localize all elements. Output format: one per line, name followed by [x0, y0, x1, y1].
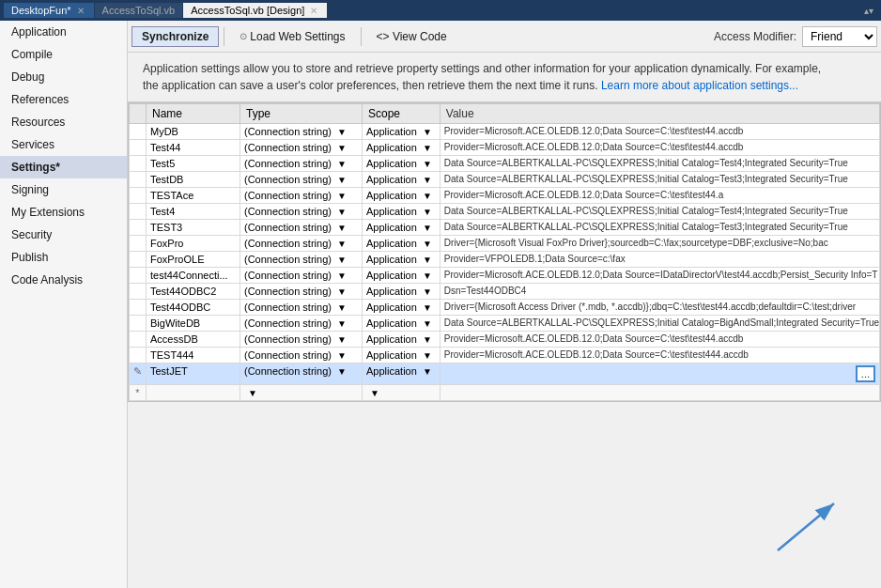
table-row[interactable]: (Connection string)▼Application▼Data Sou…	[130, 156, 880, 172]
row-type[interactable]: (Connection string)▼	[240, 268, 363, 284]
row-type[interactable]: (Connection string)▼	[240, 332, 363, 348]
sidebar-item-my-extensions[interactable]: My Extensions	[0, 201, 127, 224]
row-scope[interactable]: Application▼	[363, 300, 440, 316]
name-input[interactable]	[150, 190, 236, 201]
name-input[interactable]	[150, 317, 236, 329]
project-close-icon[interactable]: ✕	[75, 6, 86, 16]
scope-dropdown-button[interactable]: ▼	[419, 175, 436, 185]
row-scope[interactable]: Application▼	[363, 140, 440, 156]
row-type[interactable]: (Connection string)▼	[240, 188, 363, 204]
row-name[interactable]	[147, 268, 240, 284]
row-value[interactable]: Data Source=ALBERTKALLAL-PC\SQLEXPRESS;I…	[440, 204, 879, 220]
row-value[interactable]: Data Source=ALBERTKALLAL-PC\SQLEXPRESS;I…	[440, 316, 879, 332]
synchronize-button[interactable]: Synchronize	[131, 26, 219, 47]
name-input[interactable]	[150, 302, 236, 313]
row-type[interactable]: (Connection string)▼	[240, 316, 363, 332]
view-code-button[interactable]: <> View Code	[366, 26, 457, 47]
row-scope[interactable]: Application▼	[363, 268, 440, 284]
row-value[interactable]: Data Source=ALBERTKALLAL-PC\SQLEXPRESS;I…	[440, 220, 879, 236]
row-name[interactable]	[147, 385, 240, 401]
name-input[interactable]	[150, 158, 236, 169]
row-type[interactable]: (Connection string)▼	[240, 204, 363, 220]
type-dropdown-button[interactable]: ▼	[333, 350, 350, 361]
scope-dropdown-button[interactable]: ▼	[419, 286, 436, 297]
row-name[interactable]	[147, 172, 240, 188]
name-input[interactable]	[150, 174, 236, 185]
row-type[interactable]: (Connection string)▼	[240, 300, 363, 316]
name-input[interactable]	[150, 126, 236, 137]
type-dropdown-button[interactable]: ▼	[333, 271, 350, 281]
tab-close-icon[interactable]: ✕	[308, 6, 319, 16]
type-dropdown-button[interactable]: ▼	[333, 191, 350, 201]
type-dropdown-button[interactable]: ▼	[333, 366, 350, 377]
row-value[interactable]: Provider=Microsoft.ACE.OLEDB.12.0;Data S…	[440, 124, 879, 140]
scope-dropdown-button[interactable]: ▼	[419, 143, 436, 153]
row-type[interactable]: (Connection string)▼	[240, 252, 363, 268]
row-name[interactable]	[147, 140, 240, 156]
name-input[interactable]	[150, 238, 236, 249]
table-row[interactable]: (Connection string)▼Application▼Data Sou…	[130, 220, 880, 236]
row-scope[interactable]: Application▼	[363, 220, 440, 236]
row-name[interactable]	[147, 316, 240, 332]
table-row[interactable]: (Connection string)▼Application▼Driver={…	[130, 236, 880, 252]
row-value[interactable]: Provider=VFPOLEDB.1;Data Source=c:\fax	[440, 252, 879, 268]
type-dropdown-button[interactable]: ▼	[333, 302, 350, 313]
sidebar-item-security[interactable]: Security	[0, 224, 127, 246]
type-dropdown-button[interactable]: ▼	[333, 159, 350, 169]
sidebar-item-compile[interactable]: Compile	[0, 43, 127, 66]
row-value[interactable]: Provider=Microsoft.ACE.OLEDB.12.0;Data S…	[440, 348, 879, 364]
load-web-settings-button[interactable]: ⊙ Load Web Settings	[229, 26, 355, 47]
row-value[interactable]	[440, 385, 879, 401]
sidebar-item-resources[interactable]: Resources	[0, 111, 127, 133]
row-type[interactable]: (Connection string)▼	[240, 348, 363, 364]
value-ellipsis-button[interactable]: ...	[856, 365, 875, 382]
scope-dropdown-button[interactable]: ▼	[419, 350, 436, 361]
row-scope[interactable]: Application▼	[363, 204, 440, 220]
row-scope[interactable]: Application▼	[363, 316, 440, 332]
row-value[interactable]: Provider=Microsoft.ACE.OLEDB.12.0;Data S…	[440, 268, 879, 284]
row-name[interactable]	[147, 284, 240, 300]
row-scope[interactable]: Application▼	[363, 348, 440, 364]
row-value[interactable]: Driver={Microsoft Access Driver (*.mdb, …	[440, 300, 879, 316]
name-input[interactable]	[150, 365, 236, 377]
type-dropdown-button[interactable]: ▼	[333, 334, 350, 345]
row-name[interactable]	[147, 204, 240, 220]
row-scope[interactable]: Application▼	[363, 364, 440, 385]
row-scope[interactable]: Application▼	[363, 252, 440, 268]
scope-dropdown-button-new[interactable]: ▼	[366, 388, 383, 398]
type-dropdown-button[interactable]: ▼	[333, 127, 350, 137]
scope-dropdown-button[interactable]: ▼	[419, 318, 436, 329]
sidebar-item-settings[interactable]: Settings*	[0, 156, 127, 178]
table-row[interactable]: (Connection string)▼Application▼Data Sou…	[130, 316, 880, 332]
name-input[interactable]	[150, 333, 236, 345]
row-type[interactable]: (Connection string)▼	[240, 364, 363, 385]
nav-arrows[interactable]: ▴▾	[860, 6, 877, 16]
row-name[interactable]	[147, 348, 240, 364]
row-scope[interactable]: Application▼	[363, 236, 440, 252]
row-scope[interactable]: Application▼	[363, 124, 440, 140]
table-row[interactable]: (Connection string)▼Application▼Data Sou…	[130, 204, 880, 220]
table-row[interactable]: (Connection string)▼Application▼Dsn=Test…	[130, 284, 880, 300]
scope-dropdown-button[interactable]: ▼	[419, 239, 436, 249]
sidebar-item-code-analysis[interactable]: Code Analysis	[0, 269, 127, 291]
row-name[interactable]	[147, 252, 240, 268]
type-dropdown-button[interactable]: ▼	[333, 143, 350, 153]
row-name[interactable]	[147, 300, 240, 316]
row-value[interactable]: Dsn=Test44ODBC4	[440, 284, 879, 300]
table-row[interactable]: ✎(Connection string)▼Application▼...	[130, 364, 880, 385]
row-scope[interactable]: Application▼	[363, 156, 440, 172]
table-row[interactable]: (Connection string)▼Application▼Data Sou…	[130, 172, 880, 188]
name-input[interactable]	[150, 142, 236, 153]
row-value[interactable]: Provider=Microsoft.ACE.OLEDB.12.0;Data S…	[440, 188, 879, 204]
row-type[interactable]: (Connection string)▼	[240, 284, 363, 300]
scope-dropdown-button[interactable]: ▼	[419, 127, 436, 137]
row-type[interactable]: ▼	[240, 385, 363, 401]
table-row[interactable]: (Connection string)▼Application▼Provider…	[130, 140, 880, 156]
row-type[interactable]: (Connection string)▼	[240, 220, 363, 236]
type-dropdown-button-new[interactable]: ▼	[244, 388, 261, 398]
scope-dropdown-button[interactable]: ▼	[419, 271, 436, 281]
type-dropdown-button[interactable]: ▼	[333, 223, 350, 233]
sidebar-item-publish[interactable]: Publish	[0, 246, 127, 269]
scope-dropdown-button[interactable]: ▼	[419, 255, 436, 265]
row-name[interactable]	[147, 220, 240, 236]
